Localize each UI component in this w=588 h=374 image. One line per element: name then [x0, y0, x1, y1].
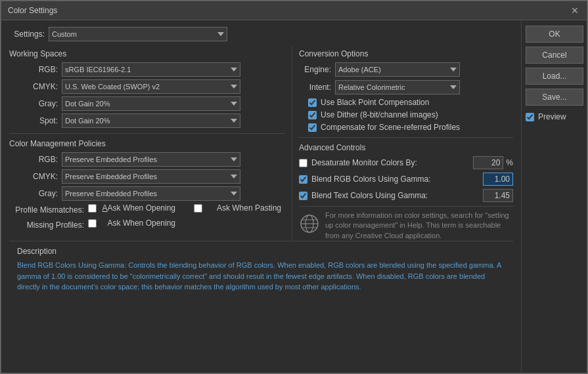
working-spaces-title: Working Spaces [9, 49, 285, 58]
rgb-working-row: RGB: sRGB IEC61966-2.1 [9, 62, 285, 77]
conversion-title: Conversion Options [299, 49, 513, 58]
spot-working-label: Spot: [9, 116, 62, 125]
desaturate-checkbox[interactable] [299, 159, 307, 167]
button-panel: OK Cancel Load... Save... Preview [521, 20, 587, 373]
cmyk-policy-row: CMYK: Preserve Embedded Profiles [9, 169, 285, 184]
left-panel: Settings: Custom Working Spaces RGB: sRG… [1, 20, 521, 373]
dither-row: Use Dither (8-bit/channel images) [308, 110, 513, 119]
rgb-policy-dropdown[interactable]: Preserve Embedded Profiles [62, 152, 240, 167]
dialog-title: Color Settings [8, 6, 57, 15]
missing-opening-checkbox[interactable] [88, 219, 97, 228]
preview-checkbox[interactable] [526, 113, 534, 121]
black-point-checkbox[interactable] [308, 98, 317, 107]
black-point-label[interactable]: Use Black Point Compensation [321, 98, 429, 107]
mismatch-opening-label[interactable]: AAsk When Opening [101, 203, 179, 213]
color-mgmt-title: Color Management Policies [9, 139, 285, 148]
intent-row: Intent: Relative Colorimetric [299, 80, 513, 94]
blend-text-checkbox[interactable] [299, 192, 307, 200]
cmyk-policy-label: CMYK: [9, 172, 62, 181]
settings-dropdown[interactable]: Custom [49, 27, 227, 41]
scene-referred-label[interactable]: Compensate for Scene-referred Profiles [321, 123, 460, 132]
save-button[interactable]: Save... [526, 89, 583, 106]
dither-label[interactable]: Use Dither (8-bit/channel images) [321, 110, 438, 119]
gray-working-dropdown[interactable]: Dot Gain 20% [62, 96, 240, 111]
scene-referred-row: Compensate for Scene-referred Profiles [308, 123, 513, 132]
mismatch-opening-checkbox[interactable] [88, 204, 97, 213]
conversion-checkboxes: Use Black Point Compensation Use Dither … [299, 98, 513, 132]
mismatches-checks: AAsk When Opening Ask When Pasting [88, 203, 285, 216]
preview-label[interactable]: Preview [538, 112, 566, 121]
description-text: Blend RGB Colors Using Gamma: Controls t… [17, 260, 505, 293]
advanced-title: Advanced Controls [299, 143, 513, 152]
preview-row: Preview [526, 112, 583, 121]
spot-working-dropdown[interactable]: Dot Gain 20% [62, 114, 240, 128]
missing-opening-label[interactable]: Ask When Opening [101, 218, 179, 228]
engine-dropdown[interactable]: Adobe (ACE) [335, 62, 460, 77]
missing-profiles-row: Missing Profiles: Ask When Opening [9, 218, 285, 231]
desaturate-row: Desaturate Monitor Colors By: % [299, 156, 513, 169]
left-upper: Working Spaces RGB: sRGB IEC61966-2.1 CM… [9, 47, 292, 241]
rgb-policy-label: RGB: [9, 155, 62, 164]
engine-label: Engine: [299, 65, 335, 74]
close-button[interactable]: ✕ [570, 5, 580, 16]
intent-label: Intent: [308, 83, 335, 92]
gray-policy-label: Gray: [9, 189, 62, 198]
gray-working-label: Gray: [9, 99, 62, 108]
blend-rgb-row: Blend RGB Colors Using Gamma: [299, 173, 513, 186]
description-area: Description Blend RGB Colors Using Gamma… [9, 241, 513, 313]
color-settings-dialog: Color Settings ✕ Settings: Custom Workin… [1, 1, 587, 373]
desaturate-input[interactable] [473, 156, 503, 169]
mismatches-row: Profile Mismatches: AAsk When Opening [9, 203, 285, 216]
gray-policy-row: Gray: Preserve Embedded Profiles [9, 186, 285, 201]
black-point-row: Use Black Point Compensation [308, 98, 513, 107]
ok-button[interactable]: OK [526, 26, 583, 43]
globe-icon [299, 213, 320, 234]
info-area: For more information on color settings, … [299, 206, 513, 241]
settings-row: Settings: Custom [9, 27, 513, 41]
settings-label: Settings: [9, 30, 49, 39]
desaturate-label[interactable]: Desaturate Monitor Colors By: [311, 158, 473, 167]
blend-text-label[interactable]: Blend Text Colors Using Gamma: [311, 191, 483, 200]
blend-text-row: Blend Text Colors Using Gamma: [299, 189, 513, 202]
rgb-working-label: RGB: [9, 65, 62, 74]
gray-policy-dropdown[interactable]: Preserve Embedded Profiles [62, 186, 240, 201]
percent-label: % [506, 158, 513, 167]
title-bar: Color Settings ✕ [1, 1, 587, 20]
cmyk-policy-dropdown[interactable]: Preserve Embedded Profiles [62, 169, 240, 184]
dither-checkbox[interactable] [308, 111, 317, 119]
mismatch-pasting-label[interactable]: Ask When Pasting [206, 203, 285, 213]
blend-rgb-label[interactable]: Blend RGB Colors Using Gamma: [311, 175, 483, 184]
cmyk-working-row: CMYK: U.S. Web Coated (SWOP) v2 [9, 79, 285, 94]
blend-text-input[interactable] [483, 189, 513, 202]
upper-area: Working Spaces RGB: sRGB IEC61966-2.1 CM… [9, 47, 513, 241]
right-upper: Conversion Options Engine: Adobe (ACE) I… [292, 47, 513, 241]
missing-opening-row: Ask When Opening [88, 218, 179, 228]
gray-working-row: Gray: Dot Gain 20% [9, 96, 285, 111]
cmyk-working-dropdown[interactable]: U.S. Web Coated (SWOP) v2 [62, 79, 240, 94]
rgb-working-dropdown[interactable]: sRGB IEC61966-2.1 [62, 62, 240, 77]
mismatch-opening-row: AAsk When Opening [88, 203, 179, 213]
intent-dropdown[interactable]: Relative Colorimetric [335, 80, 460, 94]
spot-working-row: Spot: Dot Gain 20% [9, 114, 285, 128]
missing-profiles-label: Missing Profiles: [9, 220, 88, 230]
rgb-policy-row: RGB: Preserve Embedded Profiles [9, 152, 285, 167]
main-content: Settings: Custom Working Spaces RGB: sRG… [1, 20, 587, 373]
blend-rgb-checkbox[interactable] [299, 175, 307, 184]
scene-referred-checkbox[interactable] [308, 123, 317, 132]
cancel-button[interactable]: Cancel [526, 47, 583, 64]
description-title: Description [17, 247, 505, 256]
mismatch-pasting-row: Ask When Pasting [194, 203, 285, 213]
info-text: For more information on color settings, … [325, 211, 513, 241]
load-button[interactable]: Load... [526, 68, 583, 85]
blend-rgb-input[interactable] [483, 173, 513, 186]
mismatch-pasting-checkbox[interactable] [194, 204, 202, 213]
cmyk-working-label: CMYK: [9, 82, 62, 91]
mismatches-label: Profile Mismatches: [9, 205, 88, 215]
engine-row: Engine: Adobe (ACE) [299, 62, 513, 77]
